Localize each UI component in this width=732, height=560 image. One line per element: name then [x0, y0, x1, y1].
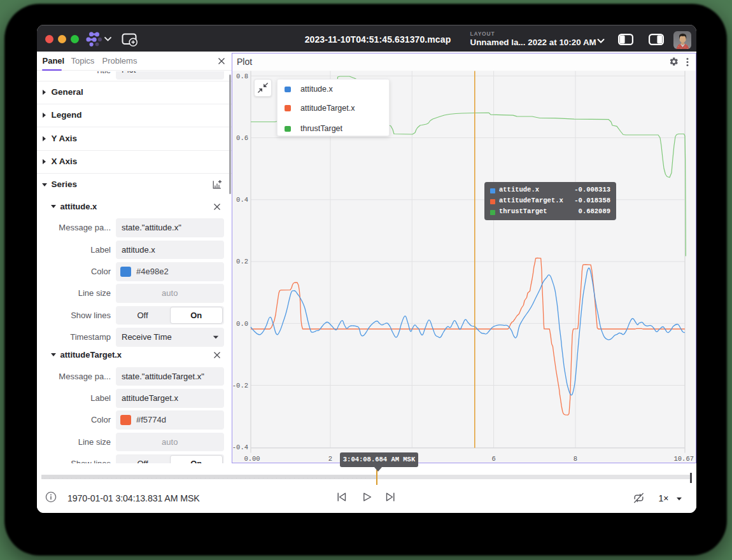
- svg-text:0.8: 0.8: [236, 72, 248, 80]
- svg-text:-0.2: -0.2: [232, 381, 248, 389]
- svg-text:8: 8: [574, 454, 577, 462]
- svg-text:0.6: 0.6: [236, 134, 248, 141]
- svg-text:2: 2: [328, 454, 332, 462]
- svg-text:6: 6: [491, 454, 495, 462]
- svg-text:0.2: 0.2: [236, 258, 248, 265]
- svg-text:0.0: 0.0: [236, 319, 248, 327]
- svg-text:0.4: 0.4: [236, 196, 248, 204]
- svg-text:-0.4: -0.4: [232, 443, 248, 451]
- svg-text:0.00: 0.00: [244, 454, 260, 462]
- svg-text:10.67: 10.67: [673, 454, 694, 462]
